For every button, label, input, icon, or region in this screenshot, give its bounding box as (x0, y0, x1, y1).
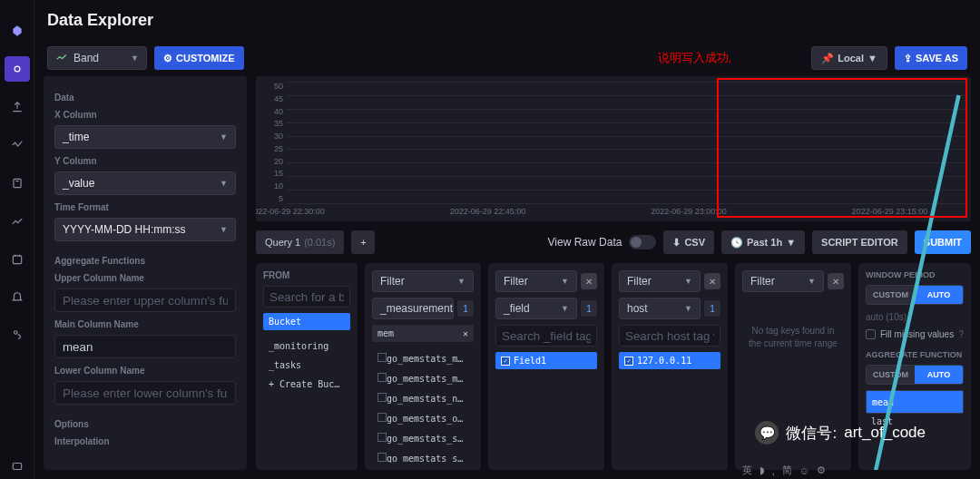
upper-column-input[interactable] (54, 288, 236, 312)
lower-column-input[interactable] (54, 381, 236, 405)
chevron-down-icon: ▼ (220, 179, 228, 188)
page-title: Data Explorer (47, 11, 153, 30)
nav-dashboard[interactable] (5, 209, 30, 234)
nav-notebook[interactable] (5, 171, 30, 196)
time-format-label: Time Format (54, 202, 236, 212)
config-panel: Data X Column _time ▼ Y Column _value ▼ … (44, 76, 247, 470)
lower-column-label: Lower Column Name (54, 366, 236, 376)
x-column-label: X Column (54, 110, 236, 120)
chevron-down-icon: ▼ (131, 54, 139, 63)
svg-rect-2 (13, 179, 20, 187)
save-as-button[interactable]: ⇪ SAVE AS (895, 46, 967, 70)
nav-rail (0, 0, 34, 479)
chart-area: 5045403530252015105 2022-06-29 22:30:002… (256, 76, 971, 221)
page-header: Data Explorer (34, 0, 980, 40)
main-column-label: Main Column Name (54, 319, 236, 329)
view-type-dropdown[interactable]: Band ▼ (47, 46, 147, 70)
nav-explore[interactable] (5, 132, 30, 158)
chevron-down-icon: ▼ (220, 225, 228, 234)
ime-bar: 英 ◗ , 简 ☺ ⚙ (742, 464, 826, 477)
chevron-down-icon: ▼ (220, 132, 228, 142)
nav-alerts[interactable] (5, 285, 30, 310)
upper-column-label: Upper Column Name (54, 273, 236, 283)
export-icon: ⇪ (904, 53, 912, 64)
customize-button[interactable]: ⚙ CUSTOMIZE (154, 46, 244, 70)
y-column-label: Y Column (54, 156, 236, 166)
svg-point-4 (14, 331, 17, 335)
svg-rect-5 (13, 464, 21, 470)
nav-upload[interactable] (5, 94, 30, 120)
svg-point-1 (15, 66, 20, 72)
main-column-input[interactable] (54, 335, 236, 358)
logo-icon[interactable] (5, 18, 30, 44)
chart-line (287, 82, 965, 470)
agg-functions-heading: Aggregate Functions (54, 256, 236, 266)
nav-home[interactable] (5, 56, 30, 82)
svg-rect-3 (13, 256, 21, 264)
interpolation-label: Interpolation (54, 436, 236, 446)
toolbar: Band ▼ ⚙ CUSTOMIZE 说明写入成功, 📌 Local ▼ ⇪ S… (34, 40, 980, 76)
chevron-down-icon: ▼ (867, 53, 877, 64)
chart-x-axis: 2022-06-29 22:30:002022-06-29 22:45:0020… (287, 207, 965, 220)
local-button[interactable]: 📌 Local ▼ (811, 46, 887, 70)
nav-feedback[interactable] (5, 454, 30, 479)
view-type-label: Band (74, 52, 99, 64)
x-column-select[interactable]: _time ▼ (54, 125, 236, 149)
data-heading: Data (54, 93, 236, 103)
svg-marker-0 (13, 25, 21, 36)
annotation-text: 说明写入成功, (658, 50, 732, 66)
options-heading: Options (54, 419, 236, 429)
time-format-select[interactable]: YYYY-MM-DD HH:mm:ss ▼ (54, 218, 236, 241)
nav-settings[interactable] (5, 323, 30, 348)
y-column-select[interactable]: _value ▼ (54, 171, 236, 195)
nav-tasks[interactable] (5, 247, 30, 272)
view-raw-toggle[interactable] (629, 235, 656, 249)
chart-band-icon (55, 52, 68, 64)
chart-y-axis: 5045403530252015105 (260, 82, 283, 203)
pin-icon: 📌 (821, 53, 834, 64)
gear-icon: ⚙ (163, 53, 172, 64)
